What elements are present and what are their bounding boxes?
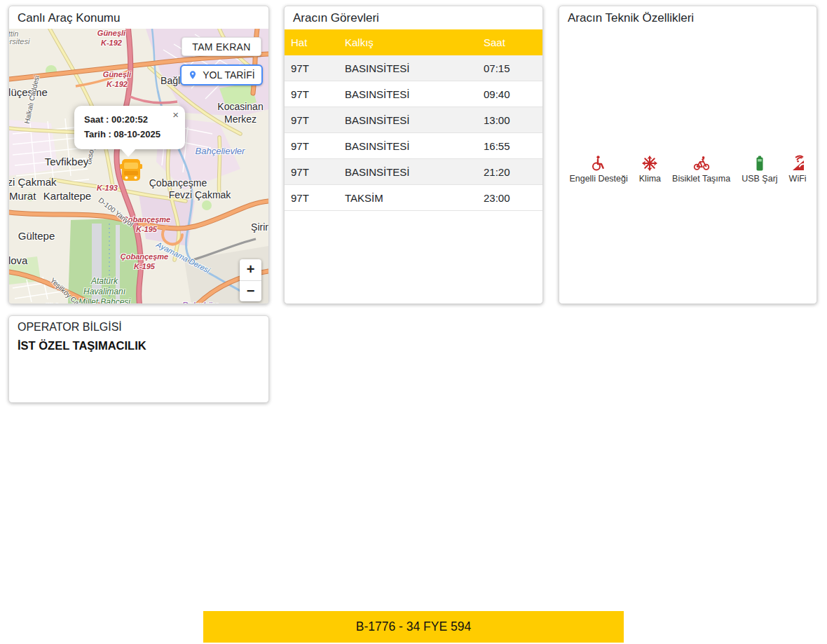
feature-item: WiFi <box>789 155 807 184</box>
map-pin-icon <box>188 70 198 80</box>
feature-item: Bisiklet Taşıma <box>672 155 730 184</box>
vehicle-plate-bar: B-1776 - 34 FYE 594 <box>203 611 624 643</box>
tasks-table-header: Hat Kalkış Saat <box>285 29 542 55</box>
map-label: ilova <box>9 254 27 268</box>
table-cell: BASINSİTESİ <box>339 62 477 74</box>
map-label: Şenlikköy <box>27 301 72 304</box>
table-cell: 97T <box>285 114 339 126</box>
tasks-table: Hat Kalkış Saat 97TBASINSİTESİ07:1597TBA… <box>285 29 542 211</box>
zoom-in-button[interactable]: + <box>240 259 261 281</box>
table-cell: 97T <box>285 88 339 100</box>
live-location-panel: Canlı Araç Konumu <box>8 6 269 304</box>
map-label: Fevzi Çakmak <box>9 176 57 189</box>
map-label: Tevfikbey <box>45 156 89 169</box>
map-label: Bahçelievler <box>196 146 245 157</box>
feature-item: Klima <box>639 155 661 184</box>
map-label: Yeşilköy Cadde <box>48 276 90 304</box>
map-label: ı Murat <box>9 190 36 203</box>
wifi-icon <box>789 155 806 172</box>
directions-button[interactable]: YOL TARİFİ <box>180 64 263 85</box>
table-cell: 21:20 <box>477 166 542 178</box>
table-cell: 97T <box>285 166 339 178</box>
vehicle-info-popup: × Saat : 00:20:52 Tarih : 08-10-2025 <box>74 106 185 149</box>
map-label: lüçeşme <box>9 86 48 100</box>
technical-features-panel: Aracın Teknik Özellikleri Engelli Desteğ… <box>559 6 817 304</box>
map-label: Ayamama Deresi <box>154 240 211 276</box>
map-label: D-100 Yanyol <box>97 196 135 229</box>
column-header-kalkis: Kalkış <box>339 36 477 48</box>
map-label: Atatürk Havalimanı Millet Bahçesi <box>78 276 130 304</box>
battery-icon <box>751 155 768 172</box>
fullscreen-button[interactable]: TAM EKRAN <box>182 37 261 56</box>
panel-title-operator: OPERATOR BİLGİSİ <box>9 316 268 338</box>
feature-label: WiFi <box>789 174 807 184</box>
table-row: 97TTAKSİM23:00 <box>285 185 542 211</box>
panel-title-tasks: Aracın Görevleri <box>285 6 542 29</box>
map-label: Fevzi Çakmak <box>169 189 231 202</box>
map-label: Güneşli K-192 <box>103 70 131 90</box>
table-cell: BASINSİTESİ <box>339 166 477 178</box>
table-cell: 09:40 <box>477 88 542 100</box>
table-cell: BASINSİTESİ <box>339 88 477 100</box>
panel-title-features: Aracın Teknik Özellikleri <box>559 6 816 29</box>
snowflake-icon <box>641 155 658 172</box>
feature-item: Engelli Desteği <box>569 155 627 184</box>
feature-label: Bisiklet Taşıma <box>672 174 730 184</box>
panel-title-live-location: Canlı Araç Konumu <box>9 6 268 29</box>
tasks-table-body: 97TBASINSİTESİ07:1597TBASINSİTESİ09:4097… <box>285 55 542 211</box>
table-cell: 97T <box>285 140 339 152</box>
map-label: K-193 <box>97 184 118 193</box>
zoom-out-button[interactable]: − <box>240 281 261 302</box>
operator-info-panel: OPERATOR BİLGİSİ İST ÖZEL TAŞIMACILIK <box>8 315 269 403</box>
vehicle-tasks-panel: Aracın Görevleri Hat Kalkış Saat 97TBASI… <box>284 6 543 304</box>
table-cell: 97T <box>285 192 339 204</box>
table-row: 97TBASINSİTESİ09:40 <box>285 81 542 107</box>
popup-close-icon[interactable]: × <box>172 109 179 120</box>
operator-name: İST ÖZEL TAŞIMACILIK <box>9 338 268 354</box>
map-label: Kartaltepe <box>43 190 91 203</box>
map-label: Şirine <box>251 221 268 234</box>
table-row: 97TBASINSİTESİ07:15 <box>285 55 542 81</box>
table-row: 97TBASINSİTESİ21:20 <box>285 159 542 185</box>
table-cell: 07:15 <box>477 62 542 74</box>
popup-tail <box>121 149 136 157</box>
popup-date: Tarih : 08-10-2025 <box>84 128 175 142</box>
map-zoom-control: + − <box>240 259 261 301</box>
feature-label: Klima <box>639 174 661 184</box>
map-label: Kocasinan Merkez <box>217 101 263 125</box>
map-label: Çobançeşme K-195 <box>121 252 168 272</box>
table-cell: BASINSİTESİ <box>339 140 477 152</box>
map-label: ttin <box>9 29 18 39</box>
map-canvas[interactable]: ttinersitesiGüneşli K-192Güneşli K-192Ba… <box>9 29 268 304</box>
table-cell: TAKSİM <box>339 192 477 204</box>
vehicle-plate-label: B-1776 - 34 FYE 594 <box>356 619 471 634</box>
bicycle-icon <box>693 155 710 172</box>
table-cell: 13:00 <box>477 114 542 126</box>
column-header-saat: Saat <box>477 36 542 48</box>
table-cell: 97T <box>285 62 339 74</box>
map-label: Güneşli K-192 <box>97 29 125 48</box>
table-cell: 16:55 <box>477 140 542 152</box>
map-label: Bakırköy <box>182 300 218 304</box>
table-cell: BASINSİTESİ <box>339 114 477 126</box>
table-row: 97TBASINSİTESİ16:55 <box>285 133 542 159</box>
wheelchair-icon <box>590 155 607 172</box>
map-label: ersitesi <box>9 37 29 47</box>
map-label: Halkalı Caddesi <box>23 75 42 125</box>
map-label: Gültepe <box>18 230 55 243</box>
directions-button-label: YOL TARİFİ <box>203 69 254 81</box>
map-label: Çobançeşme <box>149 177 207 190</box>
page: Canlı Araç Konumu <box>0 0 827 644</box>
features-list: Engelli DesteğiKlimaBisiklet TaşımaUSB Ş… <box>559 155 816 184</box>
map-label: Çobançeşme K-195 <box>123 215 170 235</box>
feature-label: USB Şarj <box>741 174 777 184</box>
bus-marker-icon[interactable] <box>117 156 145 184</box>
fullscreen-button-label: TAM EKRAN <box>192 41 250 53</box>
popup-time: Saat : 00:20:52 <box>84 113 175 128</box>
column-header-hat: Hat <box>285 36 339 48</box>
feature-label: Engelli Desteği <box>569 174 627 184</box>
table-cell: 23:00 <box>477 192 542 204</box>
feature-item: USB Şarj <box>741 155 777 184</box>
table-row: 97TBASINSİTESİ13:00 <box>285 107 542 133</box>
